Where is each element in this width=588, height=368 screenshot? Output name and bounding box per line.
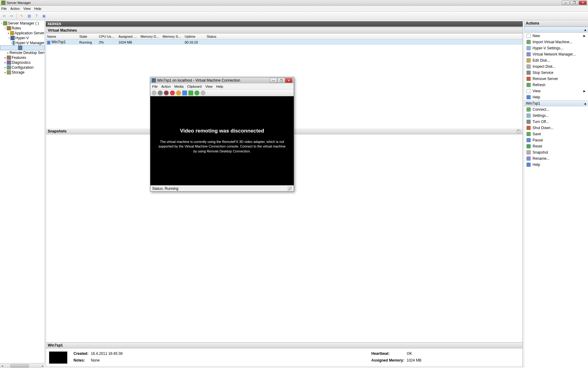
action-item[interactable]: Refresh <box>524 82 588 88</box>
action-item[interactable]: Import Virtual Machine... <box>524 39 588 45</box>
menu-help[interactable]: Help <box>34 7 41 10</box>
col-status[interactable]: Status <box>205 35 248 38</box>
help-icon[interactable]: ? <box>33 13 40 19</box>
tree-item[interactable]: ▿Hyper-V Manager <box>0 40 44 45</box>
collapse-arrow-icon[interactable]: ▴ <box>584 101 586 105</box>
tree-item[interactable]: ▸Features <box>0 55 44 60</box>
action-item[interactable]: Virtual Network Manager... <box>524 51 588 57</box>
vmc-menubar: File Action Media Clipboard View Help <box>150 83 294 90</box>
vmc-close-button[interactable]: ✕ <box>285 78 292 83</box>
vmc-title-text: Win7sp1 on localhost - Virtual Machine C… <box>157 78 270 82</box>
vm-connection-window[interactable]: Win7sp1 on localhost - Virtual Machine C… <box>150 77 294 192</box>
properties-icon[interactable]: ▦ <box>26 13 32 19</box>
action-item[interactable]: Rename... <box>524 155 588 162</box>
refresh-icon[interactable]: ✎ <box>19 13 25 19</box>
tree-item[interactable]: ▿Roles <box>0 26 44 31</box>
vmc-menu-clipboard[interactable]: Clipboard <box>187 85 202 88</box>
vmc-menu-media[interactable]: Media <box>174 85 183 88</box>
vm-table-header[interactable]: Name State CPU Usage Assigned Memory Mem… <box>46 33 522 40</box>
action-item[interactable]: Turn Off... <box>524 119 588 125</box>
heartbeat-label: Heartbeat: <box>371 351 404 357</box>
vm-name: Win7sp1 <box>51 40 66 44</box>
col-memory-status[interactable]: Memory Status <box>161 35 183 38</box>
action-item[interactable]: Stop Service <box>524 70 588 76</box>
tree-item[interactable]: ▸Storage <box>0 70 44 75</box>
menu-file[interactable]: File <box>1 7 7 10</box>
notes-value: None <box>91 358 123 364</box>
action-item[interactable]: Snapshot <box>524 149 588 155</box>
action-item[interactable]: Pause <box>524 137 588 143</box>
pause-icon[interactable] <box>182 90 187 95</box>
collapse-arrow-icon[interactable]: ▴ <box>584 28 586 32</box>
start-icon[interactable] <box>158 90 163 95</box>
vmc-status-text: Status: Running <box>152 186 178 191</box>
ctrl-alt-del-icon[interactable] <box>152 90 156 95</box>
resize-grip-icon[interactable] <box>288 186 292 191</box>
col-state[interactable]: State <box>78 35 98 38</box>
vmc-titlebar[interactable]: Win7sp1 on localhost - Virtual Machine C… <box>150 77 294 83</box>
action-item[interactable]: Settings... <box>524 113 588 119</box>
vmc-minimize-button[interactable]: — <box>270 78 277 83</box>
close-button[interactable]: ✕ <box>579 1 587 5</box>
vmc-error-body: The virtual machine is currently using t… <box>156 140 288 154</box>
tree-root[interactable]: ▿ Server Manager ( ) <box>0 21 44 26</box>
shutdown-icon[interactable] <box>170 90 175 95</box>
created-value: 16.4.2011 16:45:38 <box>91 351 123 357</box>
actions-title: Actions <box>524 20 588 27</box>
tree-item[interactable]: ▸Configuration <box>0 65 44 70</box>
snapshot-icon[interactable] <box>194 90 199 95</box>
action-item[interactable]: Inspect Disk... <box>524 63 588 70</box>
turnoff-icon[interactable] <box>164 90 169 95</box>
tree-item[interactable]: ▸Application Server <box>0 31 44 36</box>
vmc-menu-file[interactable]: File <box>152 85 158 88</box>
menu-view[interactable]: View <box>23 7 31 10</box>
back-button[interactable]: ⇦ <box>1 13 7 19</box>
toolbar: ⇦ ⇨ ✎ ▦ ? ▣ <box>0 12 588 20</box>
action-item[interactable]: Connect... <box>524 106 588 113</box>
tree-item[interactable]: ▿Hyper-V <box>0 36 44 40</box>
vmc-menu-view[interactable]: View <box>205 85 213 88</box>
maximize-button[interactable]: ❐ <box>570 1 578 5</box>
action-item[interactable]: New▶ <box>524 33 588 39</box>
action-item[interactable]: Reset <box>524 143 588 149</box>
collapse-icon[interactable]: ⌃ <box>516 129 521 133</box>
tree-scrollbar[interactable]: ◂▸ <box>0 363 45 368</box>
action-item[interactable]: Edit Disk... <box>524 57 588 63</box>
col-name[interactable]: Name <box>46 35 78 38</box>
tree-item[interactable]: ▸Remote Desktop Services <box>0 50 44 55</box>
menu-action[interactable]: Action <box>10 7 20 10</box>
minimize-button[interactable]: — <box>562 1 570 5</box>
action-item[interactable]: Shut Down... <box>524 125 588 131</box>
action-item[interactable]: Save <box>524 131 588 137</box>
action-item[interactable]: Remove Server <box>524 76 588 82</box>
col-cpu[interactable]: CPU Usage <box>98 35 117 38</box>
console-icon[interactable]: ▣ <box>41 13 47 19</box>
amem-value: 1024 MB <box>407 358 421 364</box>
actions-group1-header[interactable]: ▴ <box>524 27 588 33</box>
vmc-maximize-button[interactable]: ❐ <box>277 78 285 83</box>
vm-thumbnail <box>49 351 67 364</box>
action-item[interactable]: Help <box>524 94 588 100</box>
vmc-menu-help[interactable]: Help <box>216 85 223 88</box>
tree-item[interactable] <box>0 45 44 50</box>
forward-button[interactable]: ⇨ <box>9 13 15 19</box>
navigation-tree[interactable]: ▿ Server Manager ( ) ▿Roles▸Application … <box>0 20 45 363</box>
revert-icon[interactable] <box>201 90 205 95</box>
col-memory-demand[interactable]: Memory Demand <box>139 35 161 38</box>
vmc-menu-action[interactable]: Action <box>161 85 171 88</box>
tree-item[interactable]: ▸Diagnostics <box>0 60 44 65</box>
amem-label: Assigned Memory: <box>371 358 404 364</box>
action-item[interactable]: View▶ <box>524 88 588 94</box>
action-item[interactable]: Help <box>524 162 588 168</box>
tree-root-label: Server Manager ( ) <box>8 21 39 25</box>
vm-row[interactable]: Win7sp1 Running 2% 1024 MB 00:16:18 <box>46 40 522 45</box>
details-title: Win7sp1 <box>46 343 522 348</box>
action-item[interactable]: Hyper-V Settings... <box>524 45 588 51</box>
col-uptime[interactable]: Uptime <box>183 35 205 38</box>
actions-group2-header[interactable]: Win7sp1 ▴ <box>524 100 588 106</box>
notes-label: Notes: <box>74 358 89 364</box>
reset-icon[interactable] <box>188 90 193 95</box>
save-icon[interactable] <box>176 90 181 95</box>
vmc-toolbar <box>150 90 294 96</box>
col-assigned-memory[interactable]: Assigned Memory <box>117 35 139 38</box>
